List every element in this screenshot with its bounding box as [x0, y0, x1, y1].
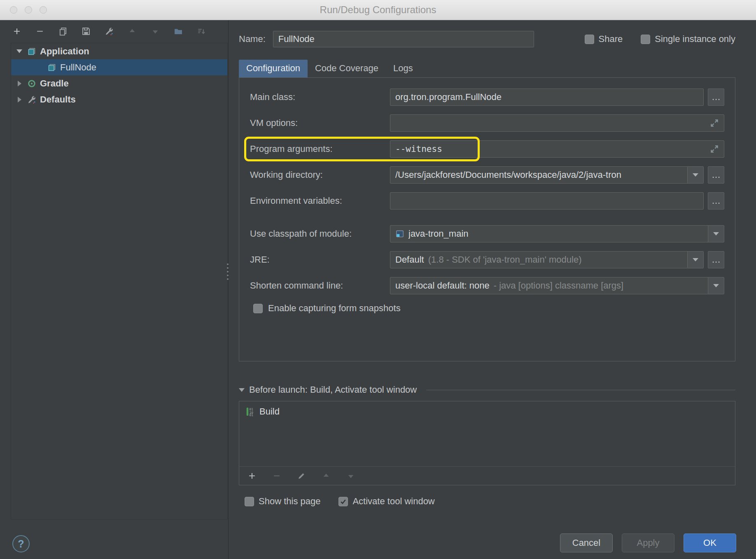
working-directory-combo[interactable]: /Users/jackforest/Documents/workspace/ja…: [390, 166, 704, 184]
add-icon: [247, 471, 257, 480]
single-instance-checkbox[interactable]: [641, 35, 650, 44]
application-icon: [47, 63, 56, 72]
vm-options-input[interactable]: [390, 114, 724, 132]
before-launch-box: 01 10 01 Build: [239, 401, 735, 485]
tree-item-application[interactable]: Application: [11, 43, 227, 59]
tree-item-label: Application: [40, 46, 89, 57]
main-class-browse-button[interactable]: …: [708, 89, 724, 106]
add-icon: [12, 27, 21, 36]
move-task-up-button[interactable]: [320, 470, 332, 482]
expand-toggle[interactable]: [15, 81, 23, 86]
working-directory-browse-button[interactable]: …: [708, 166, 724, 184]
chevron-down-icon: [16, 49, 22, 53]
classpath-module-row: Use classpath of module: java-tron_main: [250, 225, 724, 242]
remove-task-button[interactable]: [271, 470, 283, 482]
vm-options-row: VM options:: [250, 114, 724, 132]
program-arguments-input[interactable]: --witness: [390, 140, 724, 158]
sort-configurations-button[interactable]: [195, 25, 208, 37]
before-launch-item-label: Build: [259, 406, 280, 417]
single-instance-checkbox-group[interactable]: Single instance only: [641, 34, 735, 44]
move-task-down-button[interactable]: [345, 470, 357, 482]
tab-configuration[interactable]: Configuration: [239, 60, 308, 77]
show-this-page-label: Show this page: [259, 496, 320, 507]
ok-button[interactable]: OK: [684, 533, 736, 552]
zoom-button[interactable]: [40, 6, 47, 14]
panel-splitter-handle[interactable]: [227, 263, 229, 280]
tree-item-gradle[interactable]: Gradle: [11, 75, 227, 91]
jre-combo[interactable]: Default (1.8 - SDK of 'java-tron_main' m…: [390, 251, 704, 268]
expand-icon: [710, 119, 719, 128]
configurations-tree: Application FullNode Gradle Defaults: [11, 43, 228, 519]
classpath-module-dropdown-button[interactable]: [708, 226, 724, 242]
add-task-button[interactable]: [246, 470, 258, 482]
working-directory-dropdown-button[interactable]: [687, 167, 703, 183]
environment-variables-input[interactable]: [390, 192, 704, 210]
activate-tool-window-checkbox[interactable]: [338, 497, 348, 506]
expand-toggle[interactable]: [15, 97, 23, 102]
add-configuration-button[interactable]: [11, 25, 23, 37]
activate-tool-window-label: Activate tool window: [352, 496, 434, 507]
name-label: Name:: [239, 34, 266, 44]
capture-snapshots-row[interactable]: Enable capturing form snapshots: [250, 303, 724, 314]
working-directory-row: Working directory: /Users/jackforest/Doc…: [250, 166, 724, 184]
expand-toggle[interactable]: [15, 49, 23, 53]
share-label: Share: [599, 34, 623, 44]
help-button[interactable]: ?: [12, 535, 30, 552]
shorten-command-line-combo[interactable]: user-local default: none - java [options…: [390, 277, 724, 294]
window-controls: [10, 6, 47, 14]
cancel-button[interactable]: Cancel: [560, 533, 613, 552]
create-folder-button[interactable]: [172, 25, 184, 37]
copy-configuration-button[interactable]: [57, 25, 69, 37]
program-arguments-label: Program arguments:: [250, 144, 390, 154]
save-configuration-button[interactable]: [80, 25, 92, 37]
chevron-down-icon: [713, 232, 719, 235]
chevron-down-icon: [239, 388, 245, 392]
window-title: Run/Debug Configurations: [320, 4, 436, 16]
classpath-module-combo[interactable]: java-tron_main: [390, 225, 724, 242]
wrench-icon: [27, 95, 36, 104]
move-up-button[interactable]: [126, 25, 138, 37]
show-this-page-group[interactable]: Show this page: [245, 496, 320, 507]
chevron-right-icon: [18, 97, 21, 102]
expand-field-button[interactable]: [710, 144, 719, 154]
tab-logs[interactable]: Logs: [386, 60, 420, 77]
remove-icon: [272, 471, 281, 480]
working-directory-label: Working directory:: [250, 170, 390, 180]
apply-button[interactable]: Apply: [622, 533, 674, 552]
close-button[interactable]: [10, 6, 17, 14]
title-bar: Run/Debug Configurations: [0, 0, 756, 20]
wrench-icon: [105, 27, 114, 36]
before-launch-header[interactable]: Before launch: Build, Activate tool wind…: [239, 384, 735, 395]
capture-snapshots-checkbox[interactable]: [253, 304, 263, 313]
edit-task-button[interactable]: [295, 470, 308, 482]
remove-configuration-button[interactable]: [34, 25, 46, 37]
chevron-right-icon: [18, 81, 21, 86]
tree-item-defaults[interactable]: Defaults: [11, 91, 227, 107]
show-this-page-checkbox[interactable]: [245, 497, 254, 506]
shorten-command-line-dropdown-button[interactable]: [708, 277, 724, 294]
move-down-button[interactable]: [149, 25, 161, 37]
share-checkbox[interactable]: [585, 35, 594, 44]
share-checkbox-group[interactable]: Share: [585, 34, 623, 44]
chevron-down-icon: [713, 284, 719, 287]
dialog-buttons: Cancel Apply OK: [560, 533, 736, 552]
jre-dropdown-button[interactable]: [687, 252, 703, 268]
configuration-tab-panel: Main class: org.tron.program.FullNode … …: [239, 77, 735, 361]
single-instance-label: Single instance only: [655, 34, 735, 44]
environment-variables-browse-button[interactable]: …: [708, 192, 724, 210]
tree-item-fullnode[interactable]: FullNode: [11, 59, 227, 75]
build-icon: 01 10 01: [245, 407, 255, 417]
jre-browse-button[interactable]: …: [708, 251, 724, 268]
activate-tool-window-group[interactable]: Activate tool window: [338, 496, 434, 507]
before-launch-toolbar: [239, 466, 735, 485]
tab-code-coverage[interactable]: Code Coverage: [308, 60, 386, 77]
before-launch-item-build[interactable]: 01 10 01 Build: [239, 405, 735, 419]
name-input[interactable]: [273, 31, 534, 47]
minimize-button[interactable]: [25, 6, 32, 14]
edit-defaults-button[interactable]: [103, 25, 115, 37]
main-class-row: Main class: org.tron.program.FullNode …: [250, 89, 724, 106]
expand-icon: [710, 144, 719, 154]
expand-field-button[interactable]: [710, 119, 719, 128]
configurations-sidebar: Application FullNode Gradle Defaults: [0, 20, 229, 559]
main-class-input[interactable]: org.tron.program.FullNode: [390, 89, 704, 106]
